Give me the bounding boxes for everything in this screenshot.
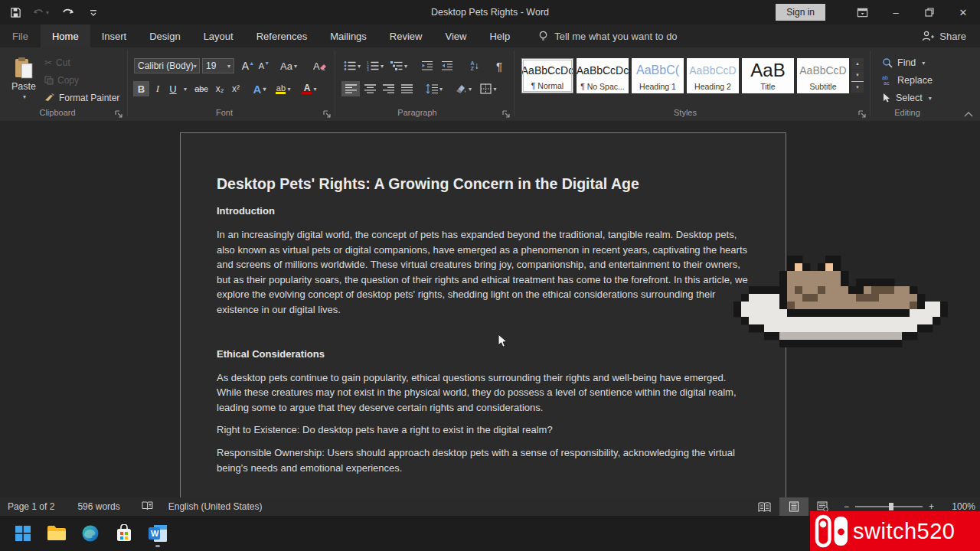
word-count[interactable]: 596 words [70, 501, 127, 512]
ribbon-display-options-icon[interactable] [845, 0, 879, 24]
format-painter-button[interactable]: Format Painter [44, 92, 119, 104]
bold-button[interactable]: B [133, 81, 149, 96]
style-subtitle[interactable]: AaBbCcD Subtitle [797, 58, 849, 93]
underline-button[interactable]: U [166, 81, 180, 96]
select-cursor-icon [882, 93, 891, 103]
find-button[interactable]: Find ▾ [882, 57, 925, 69]
file-explorer-button[interactable] [40, 518, 74, 549]
document-page[interactable]: Desktop Pets' Rights: A Growing Concern … [180, 132, 786, 497]
shading-button[interactable]: ▾ [452, 81, 475, 96]
style-no-spacing[interactable]: AaBbCcDc ¶ No Spac... [577, 58, 629, 93]
styles-dialog-launcher-icon[interactable] [858, 108, 867, 118]
line-spacing-button[interactable]: ▾ [423, 81, 446, 96]
paste-dropdown-icon[interactable]: ▾ [23, 93, 26, 100]
italic-button[interactable]: I [151, 81, 165, 96]
read-mode-button[interactable] [750, 497, 779, 516]
select-button[interactable]: Select ▾ [882, 92, 932, 104]
word-taskbar-button[interactable]: W [141, 518, 175, 549]
style-normal[interactable]: AaBbCcDc ¶ Normal [521, 58, 573, 93]
paste-label: Paste [11, 81, 36, 92]
strikethrough-button[interactable]: abc [191, 81, 211, 96]
tab-help[interactable]: Help [478, 24, 521, 47]
underline-dropdown-icon[interactable]: ▾ [180, 81, 189, 96]
minimize-button[interactable]: – [879, 0, 913, 24]
justify-button[interactable] [398, 81, 415, 96]
close-button[interactable]: ✕ [946, 0, 980, 24]
change-case-button[interactable]: Aa▾ [277, 58, 300, 73]
tab-layout[interactable]: Layout [192, 24, 245, 47]
section-heading-introduction: Introduction [217, 204, 750, 217]
text-highlight-button[interactable]: ab ▾ [273, 81, 294, 96]
clear-formatting-button[interactable]: A [311, 58, 329, 73]
save-icon[interactable] [8, 5, 23, 20]
start-button[interactable] [6, 518, 40, 549]
font-color-button[interactable]: A ▾ [299, 81, 320, 96]
tab-file[interactable]: File [0, 24, 41, 47]
paragraph: As desktop pets continue to gain popular… [217, 370, 750, 416]
bullets-button[interactable]: ▾ [342, 58, 362, 73]
tell-me-box[interactable]: Tell me what you want to do [538, 31, 677, 42]
zoom-out-button[interactable]: − [844, 501, 849, 512]
tab-view[interactable]: View [433, 24, 478, 47]
proofing-icon[interactable] [134, 500, 161, 514]
font-size-combobox[interactable]: 19 ▾ [202, 58, 234, 73]
redo-icon[interactable] [60, 5, 75, 20]
language-indicator[interactable]: English (United States) [161, 501, 270, 512]
styles-scroll-up-icon[interactable]: ▴ [851, 58, 864, 69]
font-size-dropdown-icon[interactable]: ▾ [227, 63, 230, 70]
style-heading-2[interactable]: AaBbCcD Heading 2 [687, 58, 739, 93]
align-left-button[interactable] [341, 81, 360, 96]
font-dialog-launcher-icon[interactable] [322, 108, 332, 118]
styles-more-icon[interactable]: ▾ [851, 81, 864, 93]
borders-button[interactable]: ▾ [476, 81, 501, 96]
tab-mailings[interactable]: Mailings [318, 24, 378, 47]
increase-indent-button[interactable] [438, 58, 456, 73]
align-right-button[interactable] [380, 81, 397, 96]
shrink-font-button[interactable]: A▼ [257, 58, 271, 73]
tab-home[interactable]: Home [41, 24, 90, 47]
tab-insert[interactable]: Insert [90, 24, 139, 47]
align-center-button[interactable] [361, 81, 378, 96]
print-layout-button[interactable] [779, 497, 808, 516]
font-name-combobox[interactable]: Calibri (Body) ▾ [134, 58, 200, 73]
customize-quick-access-icon[interactable] [86, 5, 101, 20]
share-button[interactable]: Share [922, 31, 966, 42]
collapse-ribbon-icon[interactable] [963, 108, 974, 122]
numbering-button[interactable]: 123▾ [365, 58, 385, 73]
text-effects-button[interactable]: A▾ [251, 81, 268, 96]
superscript-button[interactable]: x² [228, 81, 243, 96]
multilevel-list-button[interactable]: ▾ [388, 58, 410, 73]
paste-button[interactable]: Paste ▾ [8, 54, 40, 104]
style-title[interactable]: AaB Title [742, 58, 794, 93]
desktop-pet[interactable] [733, 256, 948, 347]
show-paragraph-marks-button[interactable]: ¶ [491, 58, 508, 73]
paragraph-dialog-launcher-icon[interactable] [501, 108, 511, 118]
tab-design[interactable]: Design [138, 24, 191, 47]
microsoft-store-button[interactable] [107, 518, 141, 549]
zoom-slider-thumb[interactable] [889, 503, 893, 510]
page-indicator[interactable]: Page 1 of 2 [0, 501, 62, 512]
zoom-in-button[interactable]: + [929, 501, 934, 512]
nintendo-switch-logo-icon [815, 514, 850, 548]
find-dropdown-icon[interactable]: ▾ [922, 60, 925, 67]
paragraph-group-label: Paragraph [383, 108, 452, 117]
grow-font-button[interactable]: A▲ [240, 58, 256, 73]
decrease-indent-button[interactable] [418, 58, 436, 73]
font-name-dropdown-icon[interactable]: ▾ [194, 63, 197, 70]
clipboard-dialog-launcher-icon[interactable] [114, 108, 124, 118]
pixel-cat-on-pillow [733, 256, 948, 347]
restore-button[interactable] [913, 0, 946, 24]
replace-button[interactable]: abac Replace [882, 74, 933, 86]
subscript-button[interactable]: x₂ [212, 81, 227, 96]
tab-review[interactable]: Review [378, 24, 434, 47]
tab-references[interactable]: References [245, 24, 318, 47]
style-heading-1[interactable]: AaBbC( Heading 1 [632, 58, 684, 93]
zoom-level[interactable]: 100% [940, 501, 975, 512]
edge-button[interactable] [74, 518, 107, 549]
cut-icon: ✂ [44, 57, 52, 68]
select-dropdown-icon[interactable]: ▾ [929, 95, 932, 102]
sort-button[interactable]: AZ ↓ [464, 58, 485, 73]
styles-scroll-down-icon[interactable]: ▾ [851, 70, 864, 80]
sign-in-button[interactable]: Sign in [776, 4, 825, 21]
zoom-slider[interactable] [855, 506, 923, 507]
